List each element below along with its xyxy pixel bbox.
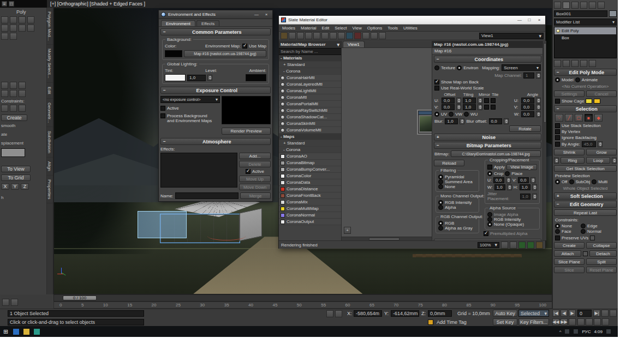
atmosphere-rollout[interactable]: −Atmosphere [160,138,271,145]
env-dialog-titlebar[interactable]: Environment and Effects — × [159,10,272,19]
uv-radio[interactable] [434,112,439,117]
z-axis-button[interactable]: Z [21,183,29,190]
menu-utilities[interactable]: Utilities [403,26,418,31]
level-field[interactable]: 1,0 [187,75,206,81]
tray-language[interactable]: РУС [582,329,591,334]
scrollbar-thumb[interactable] [544,43,546,123]
browser-item[interactable]: CoronaBumpConver... [279,166,341,173]
constraint-icon[interactable] [1,105,8,112]
y-axis-button[interactable]: Y [11,183,19,190]
layout-all-icon[interactable] [362,32,369,39]
merge-button[interactable]: Merge [240,192,271,199]
percent-snap-icon[interactable] [19,82,26,89]
ring-button[interactable]: Ring [560,157,585,164]
go-to-start-icon[interactable]: |◀ [552,310,559,317]
view-image-button[interactable]: View Image [506,164,537,170]
hide-unused-nodeslots-icon[interactable] [338,32,345,39]
toolbar-icon[interactable] [27,25,34,32]
loop-spinner[interactable] [612,158,617,164]
add-time-tag-label[interactable]: Add Time Tag [437,319,467,325]
fast-forward-icon[interactable]: ▶▶ [560,318,568,325]
minimize-button[interactable]: — [516,17,523,23]
jitter-spinner[interactable] [532,194,537,200]
tray-volume-icon[interactable] [573,329,579,334]
show-background-icon[interactable] [354,32,361,39]
cage-selected-color-swatch[interactable] [594,99,600,104]
preview-subobj-radio[interactable] [569,179,574,184]
alpha-rgb-intensity-radio[interactable] [487,217,492,222]
get-stack-selection-button[interactable]: Get Stack Selection [554,165,617,172]
crop-h-spinner[interactable] [532,184,537,190]
orbit-view-icon[interactable] [577,318,585,325]
w-angle-spinner[interactable] [536,111,541,117]
wu-radio[interactable] [464,112,469,117]
menu-edit[interactable]: Edit [321,26,329,31]
premultiplied-alpha-checkbox[interactable] [484,231,488,236]
assign-material-to-selection-icon[interactable] [313,32,320,39]
browser-item[interactable]: CoronaLightMtl [279,88,341,94]
image-alpha-radio[interactable] [487,212,492,217]
attach-settings-icon[interactable] [583,251,588,256]
time-slider-handle[interactable]: 0 / 100 [63,295,97,300]
toolbar-icon[interactable] [19,16,26,23]
pan-tool-icon[interactable]: + [344,227,351,234]
browser-item[interactable]: CoronaNormal [279,212,341,219]
taskbar-app-icon[interactable] [13,328,20,335]
modifier-enabled-icon[interactable] [556,29,560,33]
modifier-stack[interactable]: Edit Poly Box [554,27,617,58]
edge-sub-object-icon[interactable]: ╱ [565,114,573,122]
crop-h-field[interactable]: 1,0 [520,184,530,190]
border-subobject-icon[interactable]: ▢ [575,114,583,122]
v-tiling-spinner[interactable] [478,104,482,110]
environ-radio[interactable] [457,65,462,70]
taskbar-3dsmax-icon[interactable] [33,328,40,335]
summed-area-radio[interactable] [438,179,443,184]
menu-modes[interactable]: Modes [282,26,295,31]
crop-u-spinner[interactable] [506,177,511,183]
noise-rollout[interactable]: +Noise [434,134,541,141]
effect-active-checkbox[interactable] [246,169,251,174]
remove-modifier-icon[interactable] [580,60,587,67]
browser-item[interactable]: CoronaLayeredMtl [279,81,341,88]
zoom-region-icon[interactable] [586,318,593,325]
by-angle-spinner[interactable] [598,141,603,147]
v-angle-spinner[interactable] [536,104,541,110]
minimize-button[interactable]: — [253,11,260,18]
edit-poly-mode-rollout[interactable]: −Edit Poly Mode [554,69,617,76]
crop-v-spinner[interactable] [530,177,535,183]
grow-button[interactable]: Grow [586,149,617,155]
start-button-icon[interactable]: ⊞ [2,328,9,335]
v-offset-spinner[interactable] [456,104,461,110]
browser-item[interactable]: CoronaSkinMtl [279,120,341,127]
menu-options[interactable]: Options [367,26,383,31]
y-coord-field[interactable]: -614,62mm [391,310,419,317]
selection-rollout[interactable]: −Selection [554,105,617,112]
z-coord-field[interactable]: 0,0mm [428,310,452,317]
browser-item[interactable]: CoronaRaySwitchMtl [279,107,341,114]
reset-plane-button[interactable]: Reset Plane [586,267,617,273]
exposure-control-rollout[interactable]: −Exposure Control [160,87,271,94]
show-map-on-back-checkbox[interactable] [434,80,439,85]
process-background-checkbox[interactable] [160,113,165,118]
ignore-backfacing-checkbox[interactable] [555,135,560,140]
zoom-region-icon[interactable] [527,242,534,249]
browser-item[interactable]: CoronaHairMtl [279,75,341,81]
settings-button[interactable]: Settings [554,90,585,97]
tab-view1[interactable]: View1 [343,41,365,47]
browser-item[interactable]: CoronaData [279,179,341,186]
slice-plane-button[interactable]: Slice Plane [554,258,585,265]
delete-selected-icon[interactable] [321,32,329,39]
display-tab-icon[interactable] [589,2,596,9]
add-effect-button[interactable]: Add... [239,153,271,159]
time-tag-icon[interactable] [428,319,433,325]
use-stack-selection-checkbox[interactable] [555,123,560,128]
isolate-selection-icon[interactable] [326,310,333,317]
previous-frame-icon[interactable]: ◀ [560,310,568,317]
close-button[interactable]: × [535,17,543,23]
slice-button[interactable]: Slice [554,267,585,273]
tray-notifications-icon[interactable] [606,329,611,334]
apply-checkbox[interactable] [487,165,492,170]
model-radio[interactable] [555,77,560,82]
align-to-view-button[interactable]: To View [1,166,31,172]
show-end-result-icon[interactable] [563,60,570,67]
